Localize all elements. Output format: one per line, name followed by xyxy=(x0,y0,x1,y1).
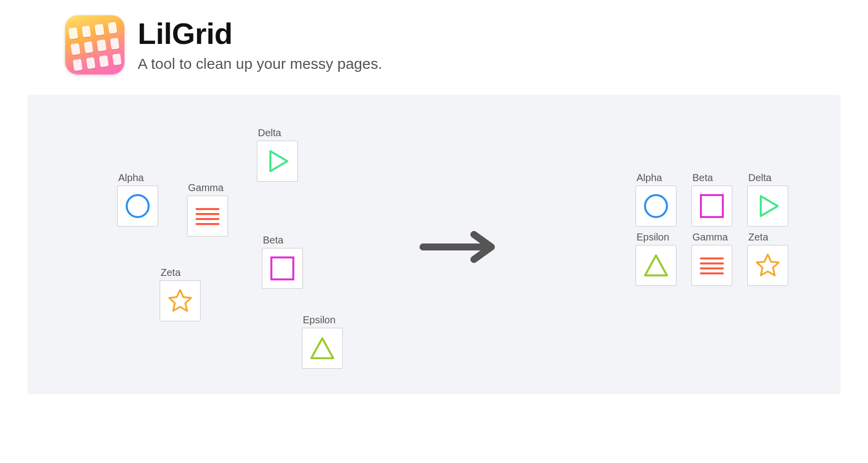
svg-marker-8 xyxy=(311,338,333,358)
lines-icon xyxy=(691,245,732,286)
circle-icon xyxy=(636,186,676,227)
page-header: LilGrid A tool to clean up your messy pa… xyxy=(0,0,868,90)
tidy-grid: AlphaBetaDeltaEpsilonGamma Zeta xyxy=(636,172,788,286)
svg-marker-18 xyxy=(757,254,779,275)
shape-alpha: Alpha xyxy=(636,172,676,227)
lines-icon xyxy=(187,196,228,236)
shape-label: Alpha xyxy=(117,172,158,184)
shape-gamma: Gamma xyxy=(187,182,228,236)
shape-beta: Beta xyxy=(262,234,303,289)
shape-label: Gamma xyxy=(691,232,732,243)
svg-point-0 xyxy=(127,195,149,217)
shape-epsilon: Epsilon xyxy=(302,314,343,369)
square-icon xyxy=(262,248,303,289)
messy-cluster: AlphaGamma DeltaBetaZetaEpsilon xyxy=(92,117,372,377)
shape-label: Delta xyxy=(257,127,298,139)
shape-label: Zeta xyxy=(160,267,201,278)
svg-point-10 xyxy=(645,195,667,217)
hero-panel: AlphaGamma DeltaBetaZetaEpsilon AlphaBet… xyxy=(27,95,841,394)
svg-rect-6 xyxy=(271,257,293,279)
star-icon xyxy=(747,245,788,286)
shape-label: Epsilon xyxy=(636,232,676,243)
page-subtitle: A tool to clean up your messy pages. xyxy=(138,55,382,72)
shape-delta: Delta xyxy=(257,127,298,182)
shape-label: Beta xyxy=(691,172,732,184)
svg-marker-13 xyxy=(645,255,667,275)
page: LilGrid A tool to clean up your messy pa… xyxy=(0,0,868,394)
title-block: LilGrid A tool to clean up your messy pa… xyxy=(138,18,382,72)
svg-marker-7 xyxy=(169,290,191,311)
shape-alpha: Alpha xyxy=(117,172,158,227)
page-title: LilGrid xyxy=(138,18,382,49)
triangle-icon xyxy=(636,245,676,286)
triangle-icon xyxy=(302,328,343,369)
app-icon xyxy=(65,15,125,75)
circle-icon xyxy=(117,186,158,227)
svg-marker-12 xyxy=(761,196,778,216)
shape-epsilon: Epsilon xyxy=(636,232,676,286)
shape-gamma: Gamma xyxy=(691,232,732,286)
star-icon xyxy=(160,280,201,321)
shape-label: Beta xyxy=(262,234,303,246)
shape-delta: Delta xyxy=(747,172,788,227)
arrow-right-icon xyxy=(419,230,504,264)
shape-label: Zeta xyxy=(747,232,788,243)
square-icon xyxy=(691,186,732,227)
shape-label: Gamma xyxy=(187,182,228,194)
shape-label: Epsilon xyxy=(302,314,343,326)
shape-label: Alpha xyxy=(636,172,676,184)
svg-marker-5 xyxy=(270,151,287,171)
svg-rect-11 xyxy=(701,195,723,217)
shape-zeta: Zeta xyxy=(160,267,201,321)
shape-label: Delta xyxy=(747,172,788,184)
shape-zeta: Zeta xyxy=(747,232,788,286)
shape-beta: Beta xyxy=(691,172,732,227)
play-icon xyxy=(747,186,788,227)
play-icon xyxy=(257,141,298,182)
